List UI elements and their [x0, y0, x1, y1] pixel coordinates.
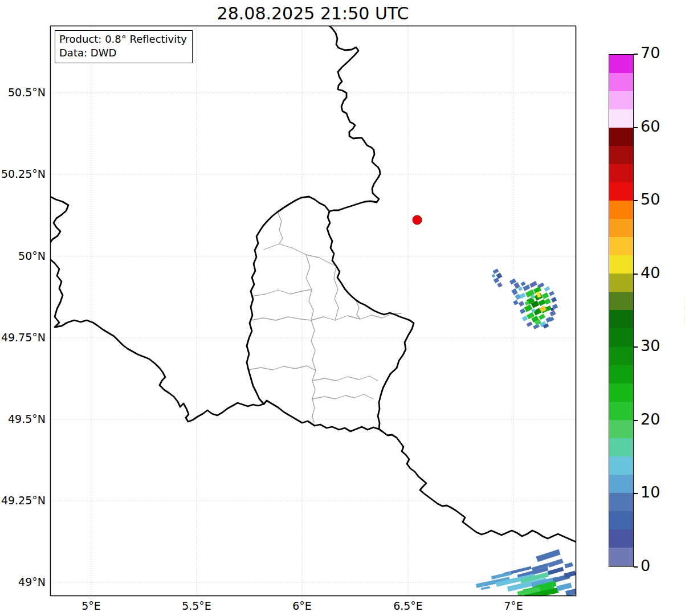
radar-echo-pixel [524, 304, 533, 312]
radar-echo-pixel [536, 549, 560, 562]
colorbar-tick-mark [634, 493, 638, 494]
colorbar-segment [609, 475, 633, 493]
radar-echo-pixel [549, 311, 556, 316]
colorbar-tick-mark [634, 346, 638, 348]
colorbar-segment [609, 529, 633, 548]
colorbar-tick-label: 40 [641, 264, 660, 282]
product-info-box: Product: 0.8° Reflectivity Data: DWD [55, 30, 193, 63]
radar-echo-pixel [492, 274, 496, 278]
map-canvas [0, 0, 685, 616]
colorbar-segment [609, 310, 633, 328]
colorbar-tick-label: 30 [641, 337, 660, 354]
radar-echo-pixel [493, 268, 499, 274]
colorbar-tick-label: 10 [641, 483, 660, 501]
colorbar-segment [609, 255, 633, 274]
radar-echo-pixel [523, 284, 531, 291]
radar-echo-pixel [564, 571, 576, 578]
y-tick-label: 50.5°N [0, 86, 46, 99]
colorbar-segment [609, 347, 633, 365]
colorbar-segment [609, 328, 633, 346]
colorbar-segment [609, 219, 633, 237]
radar-echo-pixel [520, 282, 525, 287]
colorbar-tick-mark [634, 420, 638, 421]
y-tick-label: 50.25°N [0, 168, 46, 180]
x-tick-label: 6.5°E [382, 599, 434, 612]
radar-echo-pixel [520, 308, 525, 314]
colorbar-segment [609, 438, 633, 456]
radar-echo-pixel [519, 301, 524, 307]
colorbar-tick-mark [634, 54, 638, 55]
colorbar-segment [609, 182, 633, 201]
colorbar-tick-label: 70 [641, 44, 660, 62]
admin-borders [248, 212, 401, 423]
radar-echo-pixel [515, 294, 521, 300]
colorbar-tick-label: 0 [641, 557, 650, 574]
radar-echo-pixel [544, 286, 551, 292]
colorbar-tick-label: 20 [641, 410, 660, 428]
radar-echo-pixel [538, 299, 545, 306]
colorbar-segment [609, 91, 633, 109]
x-tick-label: 6°E [276, 599, 328, 612]
colorbar-segment [609, 402, 633, 420]
colorbar-tick-mark [634, 127, 638, 128]
y-tick-label: 50°N [0, 250, 46, 262]
radar-echo-pixel [548, 558, 563, 568]
x-tick-label: 5.5°E [171, 599, 222, 612]
data-source-line: Data: DWD [59, 46, 187, 60]
colorbar-segment [609, 292, 633, 310]
radar-echo-pixel [522, 316, 528, 321]
colorbar-unit-label: dBZ [682, 293, 685, 324]
colorbar-segment [609, 128, 633, 146]
colorbar-segment [609, 511, 633, 529]
colorbar-tick-mark [634, 566, 638, 568]
y-tick-label: 49°N [0, 576, 46, 588]
colorbar-segment [609, 55, 633, 73]
colorbar-segment [609, 365, 633, 384]
radar-echo-pixel [556, 582, 572, 591]
radar-echo-pixel [548, 567, 564, 575]
colorbar-segment [609, 237, 633, 255]
radar-echo-pixel [527, 321, 533, 327]
radar-figure: 28.08.2025 21:50 UTC Product: 0.8° Refle… [0, 0, 685, 616]
colorbar-segment [609, 109, 633, 128]
radar-echo-pixel [497, 282, 503, 288]
radar-echo-pixel [511, 288, 517, 295]
radar-echo-pixel [539, 314, 545, 320]
radar-site-marker [413, 215, 422, 225]
product-line: Product: 0.8° Reflectivity [59, 32, 187, 46]
colorbar-segment [609, 420, 633, 438]
radar-echo-pixel [544, 298, 551, 304]
colorbar-segment [609, 384, 633, 402]
colorbar [609, 54, 634, 567]
y-tick-label: 49.25°N [0, 494, 46, 507]
colorbar-tick-label: 50 [641, 190, 660, 208]
colorbar-segment [609, 274, 633, 292]
colorbar-segment [609, 548, 633, 566]
colorbar-tick-mark [634, 200, 638, 201]
radar-echoes [476, 268, 577, 599]
x-tick-label: 5°E [66, 599, 117, 612]
colorbar-segment [609, 201, 633, 219]
radar-echo-pixel [542, 292, 549, 299]
y-tick-label: 49.5°N [0, 413, 46, 425]
colorbar-segment [609, 456, 633, 475]
radar-echo-pixel [564, 562, 573, 569]
colorbar-segment [609, 73, 633, 91]
country-borders [50, 26, 576, 542]
colorbar-tick-label: 60 [641, 117, 660, 135]
y-tick-label: 49.75°N [0, 331, 46, 344]
map-layers [50, 26, 577, 600]
colorbar-segment [609, 164, 633, 182]
radar-echo-pixel [513, 300, 519, 305]
colorbar-tick-mark [634, 274, 638, 275]
x-tick-label: 7°E [488, 599, 539, 612]
radar-echo-pixel [529, 281, 537, 288]
radar-echo-pixel [549, 291, 554, 296]
colorbar-segment [609, 493, 633, 511]
radar-echo-pixel [551, 297, 557, 303]
colorbar-segment [609, 146, 633, 164]
